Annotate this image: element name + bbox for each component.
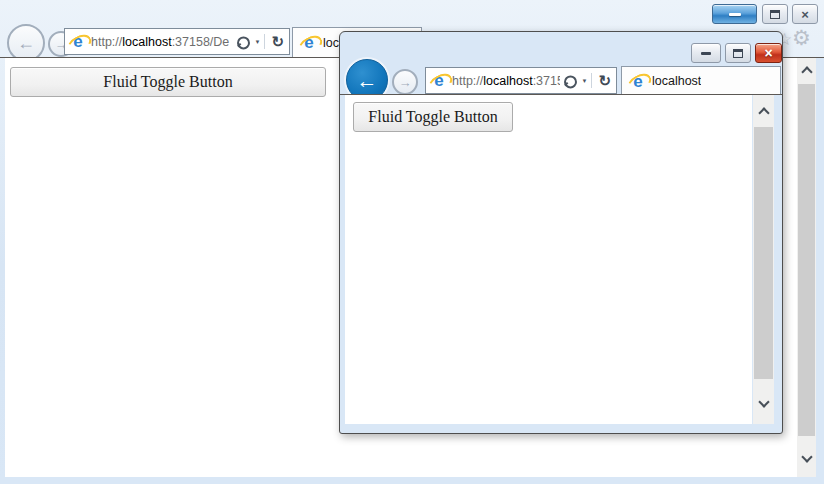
back-arrow-icon: ← <box>357 70 378 91</box>
minimize-icon <box>701 52 711 55</box>
scrollbar-thumb[interactable] <box>754 127 773 379</box>
window-frame <box>816 58 824 477</box>
close-button[interactable]: × <box>792 4 818 24</box>
tab-ie-icon: e <box>629 72 647 90</box>
scrollbar-vertical[interactable] <box>753 95 774 424</box>
scroll-up-icon[interactable] <box>801 66 812 77</box>
scroll-down-icon[interactable] <box>801 451 812 462</box>
address-bar[interactable]: e http://localhost:37158/De ▼ ↻ <box>64 28 290 55</box>
maximize-icon <box>770 10 780 19</box>
tab-label: localhost <box>652 74 701 88</box>
maximize-icon <box>733 49 743 58</box>
close-icon: × <box>801 8 809 21</box>
chevron-down-icon[interactable]: ▼ <box>254 39 260 45</box>
page-content-front: Fluid Toggle Button <box>345 95 752 424</box>
fluid-toggle-button-label: Fluid Toggle Button <box>103 73 232 91</box>
ie-icon: e <box>430 72 448 90</box>
scroll-up-icon[interactable] <box>758 107 769 118</box>
refresh-icon[interactable]: ↻ <box>264 34 284 49</box>
fluid-toggle-button[interactable]: Fluid Toggle Button <box>353 102 513 132</box>
tab-localhost[interactable]: e localhost <box>621 66 781 95</box>
fluid-toggle-button[interactable]: Fluid Toggle Button <box>10 67 326 97</box>
search-icon[interactable] <box>236 34 252 50</box>
forward-button[interactable]: → <box>392 69 418 95</box>
ie-icon: e <box>69 33 87 51</box>
desktop: × ← → e http://localhost:37158/De ▼ ↻ e … <box>0 0 824 484</box>
minimize-button[interactable] <box>691 43 721 63</box>
scrollbar-thumb[interactable] <box>798 84 815 436</box>
search-icon[interactable] <box>563 73 579 89</box>
back-arrow-icon: ← <box>17 34 35 52</box>
scrollbar-vertical[interactable] <box>797 58 816 477</box>
close-button[interactable]: × <box>755 43 782 63</box>
chevron-down-icon[interactable]: ▼ <box>581 78 587 84</box>
scroll-down-icon[interactable] <box>758 396 769 407</box>
maximize-button[interactable] <box>762 4 788 24</box>
window-frame <box>0 477 824 484</box>
refresh-icon[interactable]: ↻ <box>591 73 611 88</box>
address-bar[interactable]: e http://localhost:37158/ ▼ ↻ <box>425 67 617 94</box>
gear-icon: ⚙ <box>792 26 811 49</box>
minimize-button[interactable] <box>712 4 757 24</box>
tab-ie-icon: e <box>300 34 318 52</box>
fluid-toggle-button-label: Fluid Toggle Button <box>368 108 497 126</box>
close-icon: × <box>764 46 772 60</box>
url-text[interactable]: http://localhost:37158/De <box>91 35 233 49</box>
url-text[interactable]: http://localhost:37158/ <box>452 74 560 88</box>
maximize-button[interactable] <box>725 43 751 63</box>
browser-window-front: × ← → e http://localhost:37158/ ▼ ↻ e lo… <box>339 31 783 434</box>
tools-button[interactable]: ⚙ <box>792 27 811 49</box>
minimize-icon <box>729 13 741 16</box>
forward-arrow-icon: → <box>399 76 412 89</box>
